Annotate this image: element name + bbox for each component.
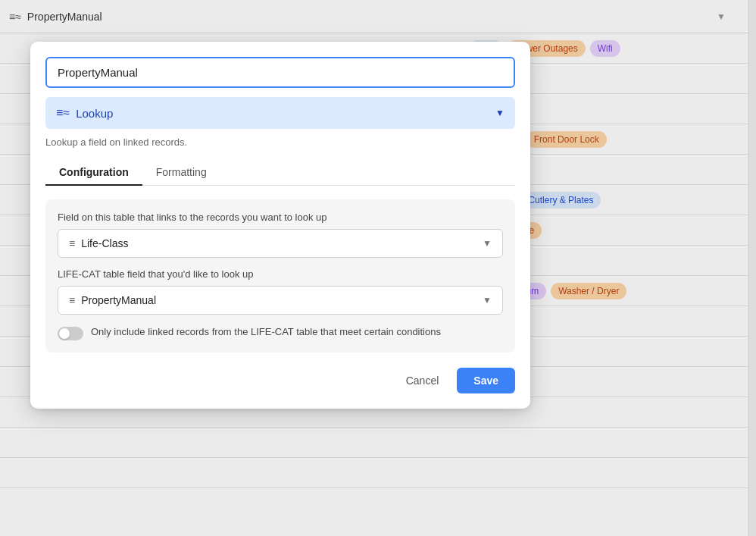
type-selector-chevron-icon: ▼: [495, 108, 505, 118]
field2-select-icon: ≡: [69, 294, 75, 306]
field1-chevron-icon: ▼: [483, 238, 492, 249]
cancel-button[interactable]: Cancel: [395, 368, 450, 393]
type-selector-label: Lookup: [76, 107, 489, 120]
toggle-label: Only include linked records from the LIF…: [91, 325, 441, 339]
field1-select-icon: ≡: [69, 237, 75, 249]
toggle-row: Only include linked records from the LIF…: [58, 325, 503, 340]
field2-label: LIFE-CAT table field that you'd like to …: [58, 268, 503, 280]
type-description: Lookup a field on linked records.: [45, 136, 515, 148]
modal-footer: Cancel Save: [45, 368, 515, 393]
tab-formatting[interactable]: Formatting: [142, 160, 220, 186]
field-name-input[interactable]: [45, 57, 515, 88]
tab-configuration[interactable]: Configuration: [45, 160, 142, 186]
tabs-container: Configuration Formatting: [45, 160, 515, 186]
field2-chevron-icon: ▼: [483, 295, 492, 306]
conditions-toggle[interactable]: [58, 327, 83, 340]
type-selector-icon: ≡≈: [56, 106, 70, 120]
field2-select-value: PropertyManual: [81, 294, 476, 306]
toggle-knob: [59, 328, 70, 339]
config-section: Field on this table that links to the re…: [45, 199, 515, 353]
save-button[interactable]: Save: [457, 368, 515, 393]
field2-select[interactable]: ≡ PropertyManual ▼: [58, 286, 503, 315]
modal-dialog: ≡≈ Lookup ▼ Lookup a field on linked rec…: [30, 42, 530, 409]
field1-select-value: Life-Class: [81, 237, 476, 249]
field1-label: Field on this table that links to the re…: [58, 212, 503, 223]
field1-select[interactable]: ≡ Life-Class ▼: [58, 229, 503, 258]
type-selector[interactable]: ≡≈ Lookup ▼: [45, 97, 515, 129]
